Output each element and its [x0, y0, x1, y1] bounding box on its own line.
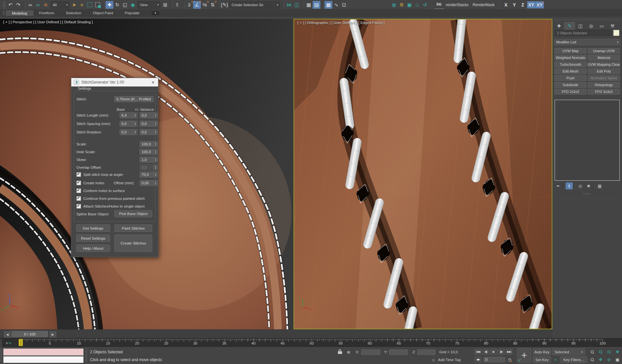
- value-spinner[interactable]: 0,0: [140, 165, 158, 170]
- modifier-button[interactable]: FFD 2x2x2: [554, 89, 587, 95]
- track-bar[interactable]: ≡∿ 0510152025303540455055606570758085909…: [0, 338, 622, 347]
- current-frame-field[interactable]: 0: [483, 357, 505, 362]
- set-key-button[interactable]: Set Key: [533, 356, 551, 363]
- base-spinner[interactable]: 5,0: [120, 129, 137, 135]
- modifier-button[interactable]: Retopology: [588, 82, 620, 88]
- modifier-button[interactable]: Push: [554, 75, 587, 81]
- spinner-arrows-icon[interactable]: [154, 172, 157, 177]
- show-end-result-icon[interactable]: ‖: [566, 182, 573, 189]
- create-tab[interactable]: ✚: [554, 22, 564, 30]
- modify-tab[interactable]: ✎: [564, 22, 575, 30]
- undo-icon[interactable]: ↶: [6, 1, 14, 9]
- x-axis-button[interactable]: X: [502, 1, 510, 8]
- ribbon-grip[interactable]: [3, 11, 5, 16]
- selection-lock-icon[interactable]: [338, 349, 343, 354]
- unlink-icon[interactable]: ∞: [34, 1, 42, 9]
- modifier-button[interactable]: UVW Mapping Clear: [588, 62, 620, 67]
- y-coordinate-field[interactable]: [389, 349, 408, 355]
- percent-snap-icon[interactable]: % Ω: [201, 1, 209, 9]
- previous-frame-button[interactable]: ◀||: [482, 348, 490, 355]
- ribbon-overflow-button[interactable]: ▼: [151, 11, 160, 15]
- next-frame-arrow[interactable]: ▶: [49, 331, 57, 338]
- modifier-button[interactable]: Subdivide: [554, 82, 587, 88]
- modifier-button[interactable]: TurboSmooth: [554, 62, 587, 67]
- schematic-view-icon[interactable]: ⊡: [340, 1, 348, 9]
- z-coordinate-field[interactable]: [417, 349, 435, 355]
- trackbar-grip[interactable]: [0, 339, 2, 347]
- transform-gizmo-icon[interactable]: ⊕: [345, 349, 352, 355]
- hierarchy-tab[interactable]: ◫: [575, 22, 586, 30]
- time-slider-handle[interactable]: 0 / 100: [12, 331, 48, 337]
- select-and-place-icon[interactable]: ◉: [129, 1, 137, 9]
- value-spinner[interactable]: 100,0: [140, 149, 158, 155]
- Modeling[interactable]: Modeling: [6, 10, 33, 16]
- curve-editor-icon[interactable]: ∿: [332, 1, 340, 9]
- create-stitches-button[interactable]: Create Stitches: [114, 234, 152, 252]
- align-icon[interactable]: ◫: [293, 1, 301, 9]
- select-and-move-icon[interactable]: ✚: [106, 1, 113, 9]
- Object Paint[interactable]: Object Paint: [87, 10, 119, 16]
- xy-key-button[interactable]: XY ?: [536, 1, 544, 8]
- modifier-button[interactable]: UVW Map: [554, 48, 587, 54]
- z-axis-button[interactable]: Z: [519, 1, 527, 8]
- render-iterative-icon[interactable]: ↺: [421, 1, 429, 9]
- configure-modifier-sets-icon[interactable]: ▦: [596, 182, 603, 189]
- modifier-button[interactable]: Material: [588, 55, 620, 61]
- render-setup-icon[interactable]: ⚙: [398, 1, 406, 9]
- maxscript-macro-recorder[interactable]: [3, 348, 84, 356]
- named-selection-sets-icon[interactable]: {✎}: [221, 1, 228, 9]
- zoom-extents-selected-icon[interactable]: ⊡: [605, 348, 613, 355]
- mirror-icon[interactable]: ⋈: [285, 1, 293, 9]
- spinner-arrows-icon[interactable]: [133, 121, 137, 126]
- selection-set-dropdown[interactable]: Create Selection Se: [229, 1, 280, 8]
- spinner-arrows-icon[interactable]: [154, 165, 157, 170]
- pin-stack-icon[interactable]: ✒: [555, 182, 562, 189]
- Populate[interactable]: Populate: [119, 10, 145, 16]
- statusbar-grip[interactable]: [0, 348, 2, 363]
- region-zoom-icon[interactable]: Ϙ: [587, 355, 597, 364]
- maximize-viewport-icon[interactable]: ▣: [614, 356, 621, 363]
- orbit-icon[interactable]: ⊘: [605, 356, 613, 363]
- zoom-all-icon[interactable]: Ϙ: [595, 347, 606, 357]
- create-holes-checkbox[interactable]: [76, 181, 81, 185]
- spinner-snap-icon[interactable]: ⇅ Ω: [209, 1, 216, 9]
- modifier-button[interactable]: FFD 3x3x3: [588, 89, 620, 95]
- maxscript-mini-listener[interactable]: [3, 356, 84, 363]
- motion-tab[interactable]: ◎: [586, 22, 596, 30]
- scene-explorer-icon[interactable]: ▦: [305, 1, 313, 9]
- key-mode-toggle-button[interactable]: ◀▶: [474, 356, 482, 363]
- utilities-tab[interactable]: ⚒: [607, 22, 618, 30]
- play-button[interactable]: ▶: [490, 348, 497, 355]
- help-about-button[interactable]: Help / About: [76, 245, 110, 252]
- sg-logo[interactable]: SG: [434, 1, 444, 9]
- selection-set-key-dropdown[interactable]: Selected: [552, 348, 585, 355]
- modifier-list-dropdown[interactable]: Modifier List: [554, 39, 620, 45]
- make-unique-icon[interactable]: ◎: [577, 182, 584, 189]
- link-icon[interactable]: ∞: [26, 1, 34, 9]
- option-checkbox[interactable]: [76, 196, 81, 201]
- time-configuration-icon[interactable]: ◷●: [507, 356, 514, 363]
- set-keys-button[interactable]: +✐: [517, 348, 531, 363]
- stitch-profile-dropdown[interactable]: 0,75mm (R... Profile): [114, 96, 154, 102]
- get-settings-button[interactable]: Get Settings: [76, 224, 110, 232]
- x-coordinate-field[interactable]: [361, 349, 380, 355]
- value-spinner[interactable]: 100,0: [140, 141, 158, 147]
- spinner-arrows-icon[interactable]: [154, 113, 157, 118]
- viewport-label[interactable]: [ + ] [ Orthographic ] [ User Defined ] …: [297, 21, 385, 25]
- selection-filter-dropdown[interactable]: All: [51, 1, 69, 8]
- reset-settings-button[interactable]: Reset Settings: [76, 234, 110, 242]
- viewport-label[interactable]: [ + ] [ Perspective ] [ User Defined ] […: [3, 20, 93, 24]
- modifier-button[interactable]: Weighted Normals: [554, 55, 587, 61]
- next-frame-button[interactable]: ||▶: [498, 348, 505, 355]
- zoom-extents-all-icon[interactable]: ❖: [614, 348, 621, 355]
- material-editor-icon[interactable]: ◍: [390, 1, 398, 9]
- previous-frame-arrow[interactable]: ◀: [4, 331, 11, 338]
- spinner-arrows-icon[interactable]: [154, 130, 157, 135]
- ribbon-toggle-icon[interactable]: ▦: [325, 1, 332, 9]
- select-and-manipulate-icon[interactable]: ⇧: [173, 1, 181, 9]
- spinner-arrows-icon[interactable]: [154, 121, 157, 126]
- spinner-arrows-icon[interactable]: [154, 157, 157, 162]
- select-object-icon[interactable]: ➤: [70, 1, 78, 9]
- spinner-arrows-icon[interactable]: [154, 149, 157, 154]
- base-spinner[interactable]: 6,4: [120, 112, 137, 118]
